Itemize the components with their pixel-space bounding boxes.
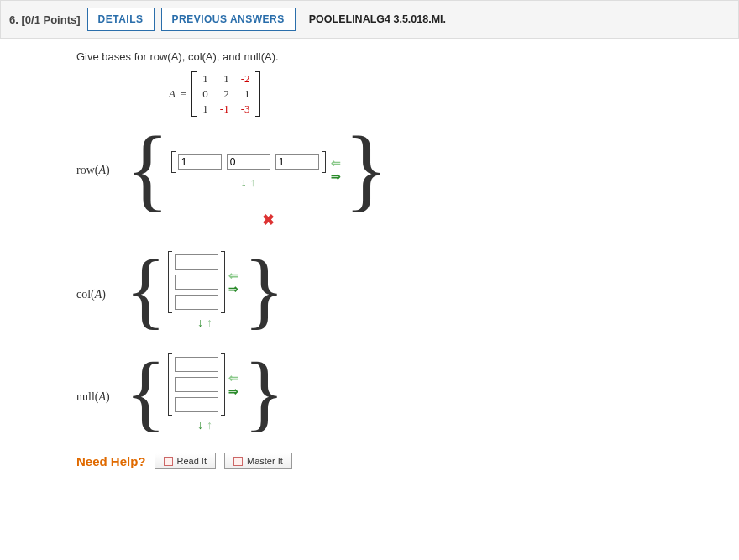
arrow-up-icon[interactable]: ↑ [207,419,212,431]
m-2-0: 1 [197,102,214,117]
question-body: Give bases for row(A), col(A), and null(… [66,39,739,538]
arrow-left-icon[interactable]: ⇐ [228,372,238,384]
colA-label: col(A) [76,248,125,301]
reference-code: POOLELINALG4 3.5.018.MI. [309,13,446,25]
brace-right-icon: } [244,248,285,332]
m-0-2: -2 [235,71,256,86]
previous-answers-button[interactable]: PREVIOUS ANSWERS [161,8,296,31]
rowA-label: row(A) [76,133,125,177]
arrow-up-icon[interactable]: ↑ [250,176,256,188]
rowA-input-1[interactable] [178,154,222,170]
colA-input-1[interactable] [175,254,218,270]
matrix-A: 1 1 -2 0 2 1 1 -1 -3 [191,71,260,117]
need-help-label: Need Help? [76,454,146,468]
nullA-vector [168,353,225,416]
nullA-input-1[interactable] [175,357,218,372]
m-1-0: 0 [197,86,214,102]
m-2-2: -3 [235,102,256,117]
m-1-2: 1 [235,86,256,102]
question-prompt: Give bases for row(A), col(A), and null(… [76,50,739,63]
rowA-input-3[interactable] [275,154,319,170]
colA-input-3[interactable] [175,295,218,310]
details-button[interactable]: DETAILS [87,8,155,31]
m-0-0: 1 [197,71,214,86]
brace-left-icon: { [125,133,170,206]
brace-right-icon: } [344,133,389,206]
arrow-right-icon[interactable]: ⇒ [331,170,341,182]
arrow-right-icon[interactable]: ⇒ [228,385,238,397]
nullA-input-2[interactable] [175,377,218,392]
rowA-section: row(A) { [76,133,739,229]
colA-vector [168,251,225,313]
question-points: [0/1 Points] [21,13,80,26]
rowA-lr-controls: ⇐ ⇒ [331,133,341,206]
colA-updown-controls: ↓ ↑ [197,317,212,328]
rowA-input-2[interactable] [227,154,270,170]
arrow-left-icon[interactable]: ⇐ [228,270,238,281]
question-number: 6. [9,13,18,26]
colA-section: col(A) { [76,248,739,332]
master-it-button[interactable]: Master It [224,453,292,470]
m-1-1: 2 [214,86,235,102]
nullA-label: null(A) [76,350,125,404]
m-0-1: 1 [214,71,235,86]
brace-right-icon: } [244,350,285,434]
read-it-button[interactable]: Read It [155,453,216,470]
rowA-updown-controls: ↓ ↑ [241,176,256,188]
arrow-down-icon[interactable]: ↓ [241,176,247,188]
arrow-right-icon[interactable]: ⇒ [228,283,238,295]
arrow-up-icon[interactable]: ↑ [207,317,212,328]
matrix-definition: A = 1 1 -2 0 2 1 1 [169,71,739,117]
arrow-left-icon[interactable]: ⇐ [331,157,341,169]
brace-left-icon: { [125,248,166,332]
need-help-section: Need Help? Read It Master It [76,453,739,470]
arrow-down-icon[interactable]: ↓ [197,419,203,431]
nullA-lr-controls: ⇐ ⇒ [228,372,238,397]
nullA-input-3[interactable] [175,397,218,412]
matrix-var: A [169,87,176,101]
incorrect-icon: ✖ [262,211,275,229]
equals-sign: = [181,87,186,101]
nullA-section: null(A) { [76,350,739,434]
question-header: 6. [0/1 Points] DETAILS PREVIOUS ANSWERS… [0,0,739,39]
colA-input-2[interactable] [175,275,218,290]
colA-lr-controls: ⇐ ⇒ [228,270,238,295]
m-2-1: -1 [214,102,235,117]
arrow-down-icon[interactable]: ↓ [197,317,203,328]
question-number-block: 6. [0/1 Points] [9,13,81,26]
brace-left-icon: { [125,350,166,434]
rowA-vector [171,151,326,173]
nullA-updown-controls: ↓ ↑ [197,419,212,431]
